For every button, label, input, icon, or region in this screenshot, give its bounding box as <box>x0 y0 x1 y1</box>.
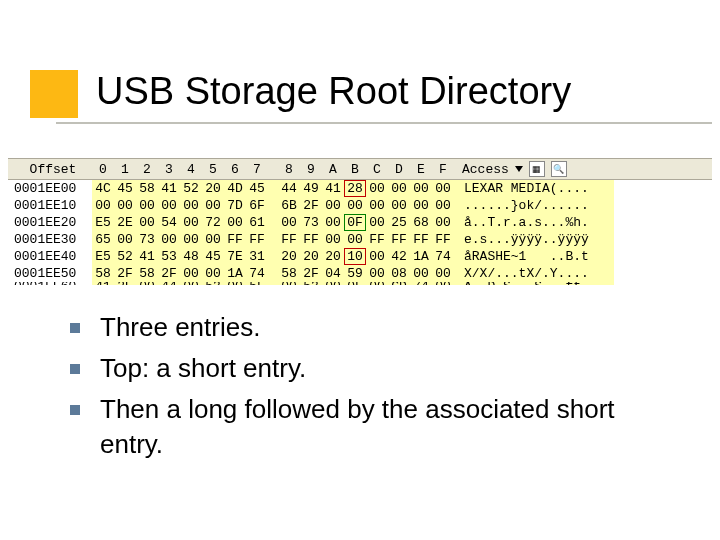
hex-byte: 00 <box>432 180 454 197</box>
bullet-text: Three entries. <box>100 310 680 345</box>
bullet-item: Three entries. <box>70 310 680 345</box>
bullet-item: Then a long followed by the associated s… <box>70 392 680 462</box>
hex-byte: 00 <box>92 197 114 214</box>
hex-byte: 00 <box>180 197 202 214</box>
hex-byte: 6F <box>246 197 268 214</box>
hex-byte: 00 <box>136 197 158 214</box>
hex-header-byte: F <box>432 161 454 178</box>
hex-byte: 00 <box>366 180 388 197</box>
hex-header-byte: A <box>322 161 344 178</box>
hex-offset: 0001EE40 <box>8 248 92 265</box>
hex-byte: 00 <box>180 265 202 282</box>
hex-byte: 4C <box>92 180 114 197</box>
hex-byte: 00 <box>322 214 344 231</box>
hex-header-byte: D <box>388 161 410 178</box>
hex-byte: 58 <box>278 265 300 282</box>
hex-row: 0001EE004C45584152204D454449412800000000… <box>8 180 712 197</box>
hex-byte: 00 <box>202 197 224 214</box>
hex-byte: 00 <box>432 214 454 231</box>
hex-byte: 00 <box>158 197 180 214</box>
bullet-item: Top: a short entry. <box>70 351 680 386</box>
hex-byte: 52 <box>180 180 202 197</box>
hex-byte: 45 <box>202 248 224 265</box>
hex-byte: 2F <box>300 265 322 282</box>
hex-editor: Offset 0123456789ABCDEF Access ▦ 🔍 0001E… <box>8 158 712 290</box>
hex-byte: 31 <box>246 248 268 265</box>
hex-header-byte: 6 <box>224 161 246 178</box>
hex-byte: E5 <box>92 214 114 231</box>
hex-byte: E5 <box>92 248 114 265</box>
hex-header-byte: 9 <box>300 161 322 178</box>
hex-byte: 42 <box>388 248 410 265</box>
hex-byte: FF <box>432 231 454 248</box>
bullet-icon <box>70 323 80 333</box>
hex-bytes: E552415348457E312020201000421A74 <box>92 248 454 265</box>
hex-byte: 41 <box>136 248 158 265</box>
hex-byte: FF <box>366 231 388 248</box>
hex-byte: 00 <box>410 197 432 214</box>
hex-byte: 53 <box>158 248 180 265</box>
hex-byte: FF <box>224 231 246 248</box>
hex-header-byte: B <box>344 161 366 178</box>
hex-byte: 0F <box>344 214 366 231</box>
hex-byte: 00 <box>180 214 202 231</box>
bullet-icon <box>70 405 80 415</box>
hex-byte: 2F <box>114 265 136 282</box>
hex-byte: 00 <box>224 214 246 231</box>
hex-byte: FF <box>300 231 322 248</box>
hex-byte: 7D <box>224 197 246 214</box>
hex-byte: 54 <box>158 214 180 231</box>
hex-byte: 41 <box>158 180 180 197</box>
hex-byte: 00 <box>158 231 180 248</box>
hex-byte: FF <box>410 231 432 248</box>
hex-byte: FF <box>388 231 410 248</box>
hex-byte: 00 <box>278 214 300 231</box>
hex-row: 0001EE20E52E0054007200610073000F00256800… <box>8 214 712 231</box>
hex-byte: 44 <box>278 180 300 197</box>
hex-byte: 00 <box>202 265 224 282</box>
hex-byte: FF <box>278 231 300 248</box>
toolbar-zoom-icon[interactable]: 🔍 <box>551 161 567 177</box>
hex-byte: 73 <box>136 231 158 248</box>
hex-offset: 0001EE00 <box>8 180 92 197</box>
hex-byte: 00 <box>114 231 136 248</box>
hex-byte: 4D <box>224 180 246 197</box>
hex-ascii: e.s...ÿÿÿÿ..ÿÿÿÿ <box>454 231 614 248</box>
hex-row: 0001EE40E552415348457E312020201000421A74… <box>8 248 712 265</box>
hex-byte: 20 <box>202 180 224 197</box>
hex-byte: 58 <box>136 265 158 282</box>
hex-bytes: 582F582F00001A74582F045900080000 <box>92 265 454 282</box>
hex-body: 0001EE004C45584152204D454449412800000000… <box>8 180 712 290</box>
hex-header-row: Offset 0123456789ABCDEF Access ▦ 🔍 <box>8 158 712 180</box>
hex-header-byte: 8 <box>278 161 300 178</box>
hex-byte: 68 <box>410 214 432 231</box>
toolbar-icon[interactable]: ▦ <box>529 161 545 177</box>
hex-byte: 6B <box>278 197 300 214</box>
hex-byte: 45 <box>246 180 268 197</box>
hex-byte: 7E <box>224 248 246 265</box>
hex-byte: 00 <box>366 197 388 214</box>
hex-offset: 0001EE50 <box>8 265 92 282</box>
hex-byte: 58 <box>92 265 114 282</box>
hex-byte: 10 <box>344 248 366 265</box>
bullet-text: Then a long followed by the associated s… <box>100 392 680 462</box>
hex-header-access-label: Access <box>462 161 509 178</box>
hex-header-byte: E <box>410 161 432 178</box>
hex-header-byte: 2 <box>136 161 158 178</box>
hex-byte: 00 <box>388 180 410 197</box>
hex-byte: 45 <box>114 180 136 197</box>
hex-byte: 08 <box>388 265 410 282</box>
hex-row: 0001EE50582F582F00001A74582F045900080000… <box>8 265 712 282</box>
hex-byte: 20 <box>322 248 344 265</box>
hex-byte: 61 <box>246 214 268 231</box>
hex-byte: 41 <box>322 180 344 197</box>
hex-byte: 59 <box>344 265 366 282</box>
bullet-icon <box>70 364 80 374</box>
hex-offset: 0001EE10 <box>8 197 92 214</box>
hex-bytes: 4C45584152204D454449412800000000 <box>92 180 454 197</box>
dropdown-icon[interactable] <box>515 166 523 172</box>
hex-byte: 72 <box>202 214 224 231</box>
hex-byte: 74 <box>432 248 454 265</box>
hex-byte: 49 <box>300 180 322 197</box>
hex-byte: 00 <box>410 265 432 282</box>
